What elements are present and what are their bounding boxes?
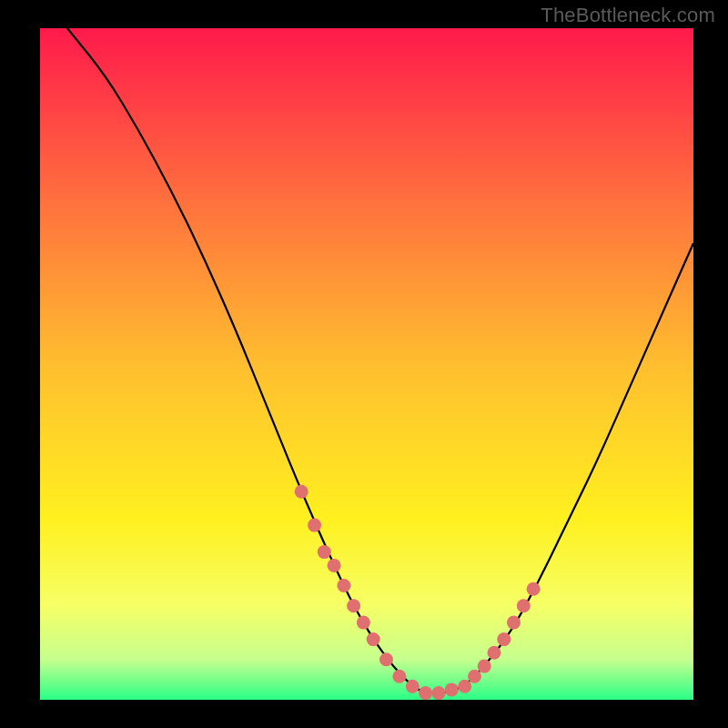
bottleneck-curve	[40, 0, 693, 693]
curve-marker	[392, 670, 406, 683]
curve-marker	[357, 616, 370, 630]
curve-marker	[379, 652, 393, 666]
chart-root: TheBottleneck.com	[0, 0, 728, 728]
curve-marker	[488, 646, 501, 660]
curve-markers	[295, 485, 541, 700]
curve-marker	[507, 616, 521, 630]
curve-marker	[308, 519, 321, 532]
curve-layer	[0, 0, 728, 728]
curve-marker	[347, 599, 360, 612]
curve-marker	[419, 686, 432, 700]
curve-marker	[478, 660, 491, 673]
curve-marker	[295, 485, 308, 499]
curve-marker	[468, 670, 481, 683]
curve-marker	[406, 680, 420, 693]
curve-marker	[337, 579, 350, 592]
watermark: TheBottleneck.com	[541, 4, 715, 27]
curve-marker	[517, 599, 531, 612]
curve-marker	[432, 686, 446, 700]
curve-marker	[458, 680, 471, 693]
curve-marker	[497, 632, 511, 646]
curve-marker	[445, 682, 459, 696]
curve-marker	[527, 582, 541, 596]
curve-marker	[318, 545, 331, 559]
curve-marker	[367, 632, 380, 646]
curve-marker	[328, 559, 341, 572]
